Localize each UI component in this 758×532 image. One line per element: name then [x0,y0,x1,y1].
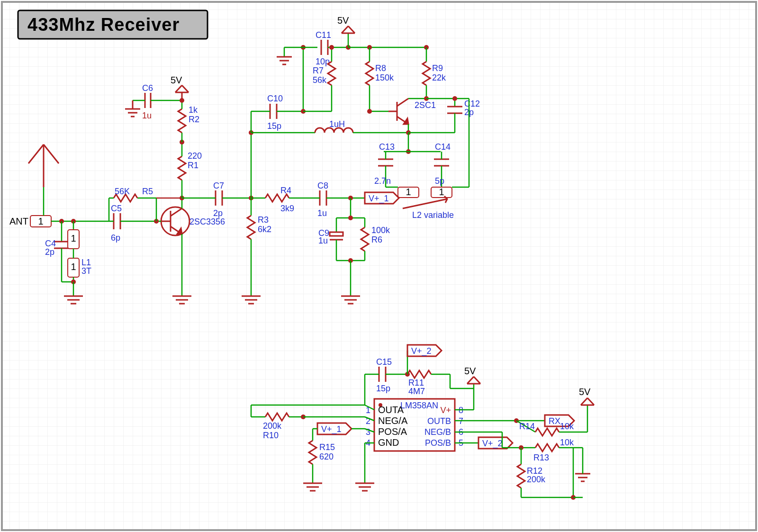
svg-text:200k: 200k [263,421,282,431]
svg-text:5V: 5V [337,15,349,26]
svg-text:3T: 3T [81,266,91,276]
svg-text:1uH: 1uH [329,119,345,129]
svg-text:C15: C15 [376,357,392,367]
svg-text:POS/B: POS/B [425,438,451,448]
svg-text:C13: C13 [379,142,395,152]
svg-text:R2: R2 [189,115,199,124]
svg-text:C11: C11 [316,30,331,40]
svg-text:R5: R5 [142,187,153,196]
svg-text:5V: 5V [464,366,476,376]
svg-text:5p: 5p [435,176,444,186]
svg-text:100k: 100k [371,225,390,235]
svg-text:C10: C10 [267,94,283,103]
svg-text:OUTA: OUTA [378,405,404,415]
svg-point-179 [329,45,334,50]
svg-text:C6: C6 [142,83,153,93]
svg-text:1k: 1k [189,105,198,115]
svg-text:GND: GND [378,437,399,448]
svg-text:R1: R1 [188,161,199,170]
svg-text:ANT: ANT [9,216,28,226]
svg-text:1: 1 [439,187,444,197]
svg-text:1u: 1u [317,208,327,218]
svg-point-79 [180,98,184,103]
svg-text:56k: 56k [313,75,327,85]
svg-text:V+_2: V+_2 [411,346,432,356]
svg-text:C5: C5 [111,204,122,213]
svg-text:1u: 1u [142,111,152,120]
svg-text:200k: 200k [527,475,546,484]
svg-text:15p: 15p [267,121,281,131]
svg-text:1: 1 [71,261,76,272]
svg-text:4M7: 4M7 [408,387,425,396]
svg-text:10k: 10k [560,438,574,447]
svg-text:R4: R4 [280,186,291,195]
svg-text:C7: C7 [213,181,224,190]
svg-text:R6: R6 [371,235,382,244]
svg-text:6k2: 6k2 [258,225,271,234]
svg-text:LM358AN: LM358AN [400,401,438,410]
svg-text:220: 220 [188,151,202,161]
svg-text:5V: 5V [171,75,182,85]
svg-text:10k: 10k [560,422,574,431]
svg-point-197 [367,109,372,114]
svg-text:2SC1: 2SC1 [415,100,436,110]
svg-text:56K: 56K [115,187,130,196]
schematic: 433Mhz Receiver ANT 1 C4 2p 1 1 L1 3T C5… [0,0,758,532]
svg-text:22k: 22k [432,73,446,82]
svg-text:2SC3356: 2SC3356 [190,217,225,226]
svg-text:R11: R11 [408,378,424,388]
svg-text:C4: C4 [45,239,56,248]
svg-text:R7: R7 [313,66,324,75]
svg-text:C14: C14 [435,142,451,152]
svg-text:C12: C12 [464,99,480,108]
svg-text:V+: V+ [440,406,451,415]
svg-text:620: 620 [319,452,334,461]
title: 433Mhz Receiver [27,15,180,35]
svg-text:15p: 15p [376,384,390,393]
svg-text:R10: R10 [263,431,279,440]
svg-text:3k9: 3k9 [280,204,294,213]
svg-text:NEG/B: NEG/B [424,427,451,437]
svg-text:1: 1 [38,216,43,226]
svg-text:2p: 2p [213,208,223,218]
svg-text:1: 1 [406,187,411,197]
svg-text:V+_1: V+_1 [369,194,389,204]
svg-text:L2 variable: L2 variable [412,210,454,220]
svg-text:C8: C8 [317,181,328,190]
svg-text:RX: RX [549,416,560,426]
svg-text:5V: 5V [579,387,591,397]
svg-text:L1: L1 [81,258,91,267]
svg-point-121 [348,216,353,220]
svg-text:OUTB: OUTB [427,416,451,426]
svg-text:6p: 6p [111,233,120,243]
svg-text:1: 1 [71,233,76,243]
svg-text:NEG/A: NEG/A [378,415,408,426]
svg-text:R8: R8 [375,63,386,73]
svg-text:R9: R9 [432,63,443,73]
svg-text:2.7n: 2.7n [374,176,391,186]
svg-text:R14: R14 [519,422,535,431]
svg-text:1u: 1u [318,236,328,245]
svg-text:150k: 150k [375,73,394,82]
svg-text:R13: R13 [533,453,549,462]
svg-text:V+_2: V+_2 [482,439,503,449]
svg-text:R15: R15 [319,442,335,452]
svg-text:V+_1: V+_1 [321,424,342,434]
svg-text:R12: R12 [527,466,542,476]
svg-text:2p: 2p [45,247,54,257]
svg-text:POS/A: POS/A [378,426,407,437]
svg-text:R3: R3 [258,215,269,225]
svg-point-208 [452,96,457,101]
